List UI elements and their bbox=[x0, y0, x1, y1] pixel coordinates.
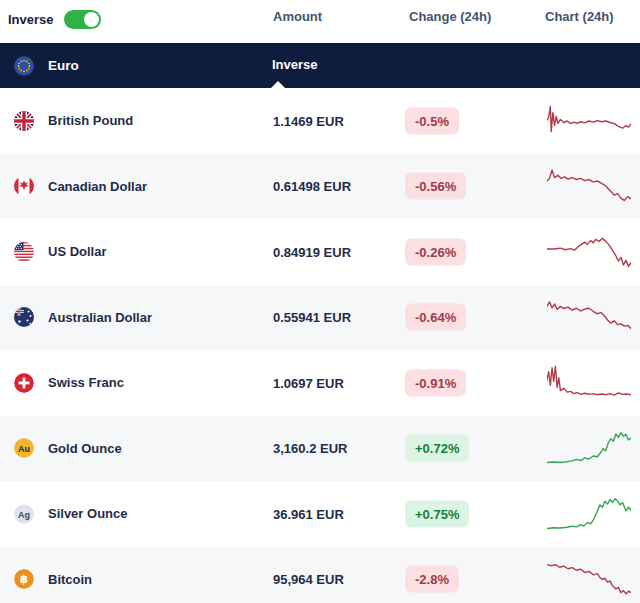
base-currency: Euro bbox=[14, 43, 79, 88]
currency-name: Silver Ounce bbox=[48, 506, 127, 521]
caret-up-icon bbox=[271, 81, 285, 88]
table-header: Inverse Amount Change (24h) Chart (24h) bbox=[0, 0, 640, 43]
currency-cell: Swiss Franc bbox=[14, 350, 124, 416]
silver-ag-icon: Ag bbox=[14, 504, 34, 524]
table-row[interactable]: Au Gold Ounce 3,160.2 EUR +0.72% bbox=[0, 416, 640, 482]
ch-flag-icon bbox=[14, 373, 34, 393]
btc-icon: ฿ bbox=[14, 569, 34, 589]
currency-cell: British Pound bbox=[14, 88, 133, 154]
table-row[interactable]: Ag Silver Ounce 36.961 EUR +0.75% bbox=[0, 481, 640, 547]
amount-value: 36.961 EUR bbox=[273, 506, 344, 521]
change-badge: -0.26% bbox=[405, 238, 466, 265]
table-row[interactable]: US Dollar 0.84919 EUR -0.26% bbox=[0, 219, 640, 285]
sparkline-chart bbox=[547, 364, 631, 402]
au-flag-icon bbox=[14, 307, 34, 327]
column-header-change: Change (24h) bbox=[409, 9, 491, 24]
change-badge: -0.56% bbox=[405, 173, 466, 200]
currency-table-app: Inverse Amount Change (24h) Chart (24h) … bbox=[0, 0, 640, 603]
base-currency-name: Euro bbox=[48, 58, 79, 73]
sparkline-chart bbox=[547, 102, 631, 140]
sparkline-chart bbox=[547, 560, 631, 598]
column-header-chart: Chart (24h) bbox=[545, 9, 614, 24]
currency-rows: British Pound 1.1469 EUR -0.5% Canadian … bbox=[0, 88, 640, 603]
amount-value: 0.61498 EUR bbox=[273, 179, 351, 194]
table-row[interactable]: British Pound 1.1469 EUR -0.5% bbox=[0, 88, 640, 154]
change-badge: +0.75% bbox=[405, 500, 469, 527]
currency-name: US Dollar bbox=[48, 244, 107, 259]
base-inverse-column-label: Inverse bbox=[272, 57, 318, 72]
sparkline-chart bbox=[547, 167, 631, 205]
table-row[interactable]: Australian Dollar 0.55941 EUR -0.64% bbox=[0, 285, 640, 351]
table-row[interactable]: Swiss Franc 1.0697 EUR -0.91% bbox=[0, 350, 640, 416]
inverse-control: Inverse bbox=[8, 10, 101, 29]
currency-cell: Canadian Dollar bbox=[14, 154, 147, 220]
change-badge: -0.91% bbox=[405, 369, 466, 396]
currency-cell: ฿ Bitcoin bbox=[14, 547, 92, 603]
sparkline-chart bbox=[547, 429, 631, 467]
currency-name: Canadian Dollar bbox=[48, 179, 147, 194]
ca-flag-icon bbox=[14, 176, 34, 196]
currency-name: Swiss Franc bbox=[48, 375, 124, 390]
change-badge: -0.64% bbox=[405, 304, 466, 331]
amount-value: 1.0697 EUR bbox=[273, 375, 344, 390]
column-header-amount: Amount bbox=[273, 9, 322, 24]
sparkline-chart bbox=[547, 233, 631, 271]
amount-value: 95,964 EUR bbox=[273, 572, 344, 587]
currency-name: Australian Dollar bbox=[48, 310, 152, 325]
change-badge: +0.72% bbox=[405, 435, 469, 462]
sparkline-chart bbox=[547, 495, 631, 533]
currency-name: British Pound bbox=[48, 113, 133, 128]
change-badge: -0.5% bbox=[405, 107, 459, 134]
currency-cell: Ag Silver Ounce bbox=[14, 481, 127, 547]
currency-name: Bitcoin bbox=[48, 572, 92, 587]
inverse-toggle[interactable] bbox=[64, 10, 101, 29]
amount-value: 1.1469 EUR bbox=[273, 113, 344, 128]
base-currency-bar: Euro Inverse bbox=[0, 43, 640, 88]
amount-value: 0.84919 EUR bbox=[273, 244, 351, 259]
change-badge: -2.8% bbox=[405, 566, 459, 593]
toggle-knob-icon bbox=[84, 12, 99, 27]
currency-cell: Au Gold Ounce bbox=[14, 416, 122, 482]
gold-au-icon: Au bbox=[14, 438, 34, 458]
gb-flag-icon bbox=[14, 111, 34, 131]
inverse-label: Inverse bbox=[8, 12, 54, 27]
currency-cell: Australian Dollar bbox=[14, 285, 152, 351]
eu-flag-icon bbox=[14, 56, 34, 76]
amount-value: 3,160.2 EUR bbox=[273, 441, 347, 456]
amount-value: 0.55941 EUR bbox=[273, 310, 351, 325]
currency-name: Gold Ounce bbox=[48, 441, 122, 456]
svg-text:Au: Au bbox=[18, 444, 30, 454]
currency-cell: US Dollar bbox=[14, 219, 107, 285]
svg-text:Ag: Ag bbox=[18, 509, 30, 519]
svg-text:฿: ฿ bbox=[20, 572, 28, 586]
table-row[interactable]: Canadian Dollar 0.61498 EUR -0.56% bbox=[0, 154, 640, 220]
us-flag-icon bbox=[14, 242, 34, 262]
table-row[interactable]: ฿ Bitcoin 95,964 EUR -2.8% bbox=[0, 547, 640, 603]
sparkline-chart bbox=[547, 298, 631, 336]
